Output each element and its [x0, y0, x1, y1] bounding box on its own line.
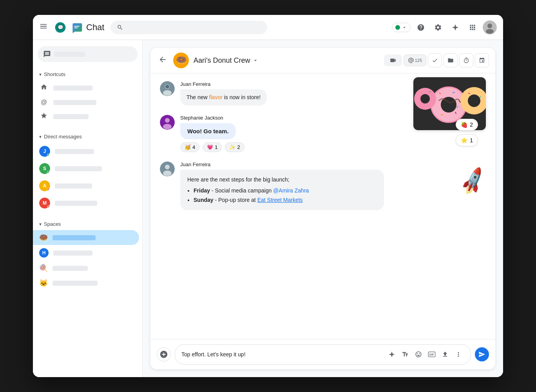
svg-text:GIF: GIF — [429, 353, 435, 356]
timer-icon — [463, 57, 469, 64]
message-group-3: Juan Ferreira Here are the next steps fo… — [160, 162, 486, 210]
eat-street-link[interactable]: Eat Street Markets — [257, 197, 303, 203]
side-reactions: 🍓 2 ⭐ 1 — [456, 119, 478, 146]
new-chat-button[interactable] — [38, 46, 138, 62]
dm-name-3 — [55, 183, 92, 189]
space-item-h[interactable]: H — [33, 245, 139, 261]
input-area: GIF — [150, 339, 495, 369]
send-button[interactable] — [475, 347, 489, 361]
svg-point-32 — [163, 124, 172, 129]
sidebar-item-home[interactable] — [33, 80, 139, 96]
party-emoji: 🥳 — [185, 144, 191, 150]
dm-section-header[interactable]: ▾ Direct messages — [33, 131, 142, 143]
settings-icon[interactable] — [431, 20, 445, 34]
gemini-icon[interactable] — [448, 20, 462, 34]
dm-item-2[interactable]: S — [33, 160, 139, 177]
sender-avatar-2 — [160, 115, 175, 130]
starred-item-label — [53, 114, 89, 119]
calendar-button[interactable] — [475, 53, 489, 67]
message-bubble-3: Here are the next steps for the big laun… — [180, 170, 384, 210]
status-button[interactable] — [392, 23, 411, 32]
message-content-2: Stephanie Jackson Woo! Go team. 🥳 4 💗 1 — [180, 115, 400, 152]
donut-space-label — [53, 235, 96, 240]
strawberry-reaction[interactable]: 🍓 2 — [456, 119, 478, 131]
sidebar: ▾ Shortcuts @ — [33, 40, 143, 377]
reaction-party[interactable]: 🥳 4 — [180, 142, 199, 152]
shortcuts-section-header[interactable]: ▾ Shortcuts — [33, 68, 142, 80]
search-input[interactable] — [127, 24, 261, 31]
h-space-icon: H — [39, 248, 49, 258]
text-format-icon — [402, 351, 409, 358]
shortcuts-label: Shortcuts — [44, 71, 65, 77]
strawberry-emoji: 🍓 — [461, 122, 467, 128]
dm-avatar-2: S — [39, 163, 50, 174]
spaces-section-header[interactable]: ▾ Spaces — [33, 218, 142, 230]
svg-point-23 — [468, 94, 480, 107]
folder-button[interactable] — [444, 53, 458, 67]
chat-title[interactable]: Aari's Donut Crew — [194, 56, 259, 65]
reaction-sparkle[interactable]: ✨ 2 — [225, 142, 244, 152]
video-call-button[interactable] — [384, 54, 402, 66]
at-icon — [408, 57, 414, 64]
user-avatar[interactable] — [483, 20, 497, 34]
amira-mention[interactable]: @Amira Zahra — [273, 187, 309, 194]
timer-button[interactable] — [459, 53, 473, 67]
message-input-wrapper: GIF — [175, 344, 471, 365]
new-chat-label — [54, 52, 85, 57]
space-item-candy[interactable]: 🍭 — [33, 261, 139, 276]
svg-point-5 — [487, 24, 492, 28]
format-text-icon[interactable] — [399, 348, 411, 360]
new-chat-icon — [43, 50, 51, 58]
gemini-input-icon[interactable] — [386, 348, 398, 360]
dm-avatar-1: J — [39, 146, 50, 157]
gif-button[interactable]: GIF — [426, 348, 438, 360]
more-icon — [455, 351, 462, 358]
chevron-down-icon: ▾ — [39, 72, 42, 77]
star-reaction[interactable]: ⭐ 1 — [456, 134, 478, 146]
help-icon[interactable] — [414, 20, 428, 34]
gif-icon: GIF — [428, 351, 436, 358]
back-button[interactable] — [157, 54, 168, 67]
chat-header-actions: 125 — [384, 53, 489, 67]
svg-point-40 — [458, 356, 459, 357]
sparkle-emoji: ✨ — [229, 144, 235, 150]
reaction-heart[interactable]: 💗 1 — [203, 142, 222, 152]
message-input[interactable] — [181, 351, 383, 358]
sidebar-item-mentions[interactable]: @ — [33, 96, 139, 109]
notification-badge-4 — [47, 205, 50, 209]
spaces-label: Spaces — [44, 221, 61, 227]
space-item-cat[interactable]: 🐱 — [33, 276, 139, 290]
search-bar[interactable] — [110, 21, 267, 34]
svg-point-10 — [165, 85, 169, 89]
google-chat-colored-icon — [71, 21, 83, 34]
star-count: 1 — [470, 137, 473, 143]
emoji-button[interactable] — [413, 348, 424, 360]
apps-grid-icon[interactable] — [465, 20, 480, 34]
add-attachment-button[interactable] — [157, 347, 171, 361]
message-content-3: Juan Ferreira Here are the next steps fo… — [180, 162, 455, 210]
sparkle-icon — [388, 351, 395, 358]
dm-avatar-4: M — [39, 198, 50, 209]
dm-item-3[interactable]: A — [33, 177, 139, 194]
messages-container: Juan Ferreira The new flavor is now in s… — [150, 73, 495, 339]
notification-badge-3 — [47, 188, 50, 191]
svg-point-35 — [163, 171, 172, 176]
dm-item-4[interactable]: M — [33, 194, 139, 212]
dm-name-2 — [55, 166, 102, 171]
sidebar-item-starred[interactable] — [33, 109, 139, 124]
app-title: Chat — [86, 22, 104, 33]
space-item-donuts[interactable]: 🍩 — [33, 230, 139, 245]
chat-header: 🍩 Aari's Donut Crew — [150, 48, 495, 73]
cat-space-label — [53, 281, 98, 286]
menu-icon[interactable] — [39, 22, 48, 33]
more-options-button[interactable] — [453, 348, 464, 360]
top-bar-actions — [392, 20, 497, 34]
main-content: ▾ Shortcuts @ — [33, 40, 503, 377]
tasks-button[interactable] — [428, 53, 442, 67]
dm-name-1 — [55, 149, 94, 154]
dm-item-1[interactable]: J — [33, 143, 139, 160]
upload-button[interactable] — [439, 348, 451, 360]
svg-point-27 — [420, 94, 430, 103]
logo-area: 💬 Chat — [54, 21, 104, 34]
mentions-count-button[interactable]: 125 — [404, 54, 426, 66]
